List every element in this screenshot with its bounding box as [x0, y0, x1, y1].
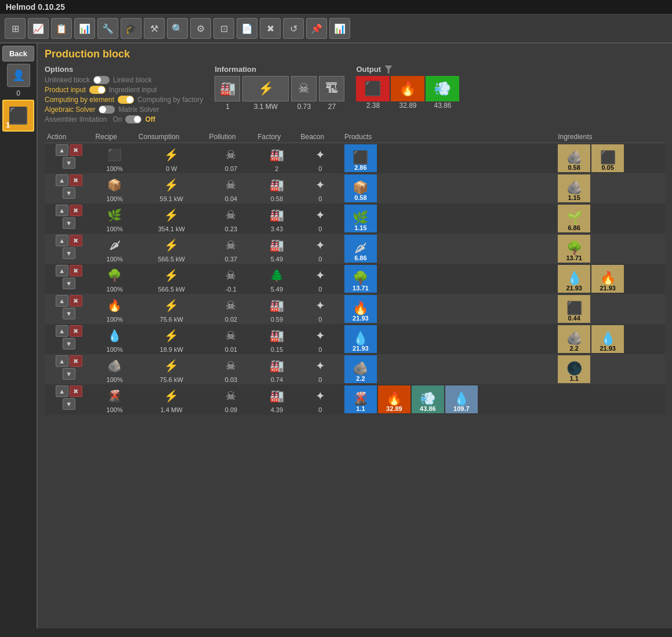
factory-icon[interactable]: 🏭	[266, 205, 287, 225]
toolbar-wrench-btn[interactable]: 🔧	[97, 18, 118, 39]
up-btn[interactable]: ▲	[56, 295, 68, 307]
beacon-icon[interactable]: ✦	[310, 385, 330, 406]
output-val-3: 43.86	[434, 101, 451, 110]
recipe-icon[interactable]: ⬛	[104, 144, 125, 165]
product-item[interactable]: 💧109.7	[445, 385, 478, 413]
product-item[interactable]: 🔥21.93	[344, 295, 377, 323]
back-button[interactable]: Back	[2, 46, 34, 61]
beacon-icon[interactable]: ✦	[310, 235, 330, 256]
output-panel: Output ⬛ 2.38 🔥 32.89 💨 43.86	[356, 65, 459, 110]
delete-btn[interactable]: ✖	[70, 385, 82, 397]
factory-icon[interactable]: 🏭	[266, 295, 287, 316]
up-btn[interactable]: ▲	[56, 205, 68, 216]
delete-btn[interactable]: ✖	[70, 174, 82, 186]
toolbar-chart-btn[interactable]: 📈	[28, 18, 49, 39]
toolbar-pin-btn[interactable]: 📌	[306, 18, 327, 39]
toolbar-export-btn[interactable]: 📊	[329, 18, 350, 39]
toolbar-copy-btn[interactable]: ⊡	[213, 18, 234, 39]
up-btn[interactable]: ▲	[56, 325, 68, 337]
recipe-icon[interactable]: 🌶	[104, 235, 125, 256]
sidebar-person-icon[interactable]: 👤	[7, 64, 30, 87]
beacon-icon[interactable]: ✦	[310, 355, 330, 376]
up-btn[interactable]: ▲	[56, 385, 68, 397]
product-item[interactable]: 💨43.86	[412, 385, 444, 413]
down-btn[interactable]: ▼	[63, 217, 75, 229]
info-count: 🏗 27	[319, 76, 344, 111]
assembler-toggle[interactable]	[125, 115, 141, 123]
delete-btn[interactable]: ✖	[70, 295, 82, 307]
product-item[interactable]: 📦0.58	[344, 174, 377, 202]
toolbar-factory-btn[interactable]: ⊞	[5, 18, 26, 39]
down-btn[interactable]: ▼	[63, 308, 75, 319]
ingredient-item: 🌑1.1	[558, 355, 590, 383]
product-item[interactable]: 🌋1.1	[344, 385, 377, 413]
toolbar-search-btn[interactable]: 🔍	[167, 18, 188, 39]
toolbar-gear-btn[interactable]: ⚙	[190, 18, 211, 39]
factory-icon[interactable]: 🏭	[266, 174, 287, 195]
toolbar-stats-btn[interactable]: 📊	[74, 18, 95, 39]
toolbar-clipboard-btn[interactable]: 📋	[51, 18, 72, 39]
product-item[interactable]: 🔥32.89	[378, 385, 411, 413]
recipe-icon[interactable]: 🌋	[104, 385, 125, 406]
info-factory-icon: 🏭	[215, 76, 240, 101]
delete-btn[interactable]: ✖	[70, 355, 82, 367]
factory-icon[interactable]: 🌲	[266, 265, 287, 286]
factory-icon[interactable]: 🏭	[266, 355, 287, 376]
delete-btn[interactable]: ✖	[70, 265, 82, 276]
factory-icon[interactable]: 🏭	[266, 385, 287, 406]
up-btn[interactable]: ▲	[56, 235, 68, 246]
recipe-icon[interactable]: 🔥	[104, 295, 125, 316]
toolbar-tools-btn[interactable]: ⚒	[144, 18, 165, 39]
product-item[interactable]: ⬛ 2.86	[344, 144, 377, 172]
linked-toggle[interactable]	[93, 76, 110, 84]
up-btn[interactable]: ▲	[56, 265, 68, 276]
delete-btn[interactable]: ✖	[70, 325, 82, 337]
down-btn[interactable]: ▼	[63, 278, 75, 289]
sidebar-active-item[interactable]: ⬛ 1	[2, 100, 34, 132]
down-btn[interactable]: ▼	[63, 338, 75, 350]
beacon-icon[interactable]: ✦	[310, 144, 330, 165]
product-item[interactable]: 🪨2.2	[344, 355, 377, 383]
toolbar-learn-btn[interactable]: 🎓	[121, 18, 141, 39]
beacon-icon[interactable]: ✦	[310, 325, 330, 346]
delete-btn[interactable]: ✖	[70, 205, 82, 216]
col-products: Products	[342, 131, 555, 143]
computing-toggle[interactable]	[118, 96, 134, 104]
recipe-icon[interactable]: 📦	[104, 174, 125, 195]
toolbar: ⊞ 📈 📋 📊 🔧 🎓 ⚒ 🔍 ⚙ ⊡ 📄 ✖ ↺ 📌 📊	[0, 14, 672, 43]
ingredient-item: 🌱6.86	[558, 205, 590, 232]
recipe-icon[interactable]: 🌿	[104, 205, 125, 225]
delete-btn[interactable]: ✖	[70, 235, 82, 246]
down-btn[interactable]: ▼	[63, 398, 75, 410]
beacon-icon[interactable]: ✦	[310, 265, 330, 286]
toolbar-page-btn[interactable]: 📄	[237, 18, 257, 39]
recipe-icon[interactable]: 🪨	[104, 355, 125, 376]
toolbar-undo-btn[interactable]: ↺	[283, 18, 304, 39]
toolbar-x-btn[interactable]: ✖	[260, 18, 281, 39]
beacon-icon[interactable]: ✦	[310, 205, 330, 225]
recipe-icon[interactable]: 🌳	[104, 265, 125, 286]
product-item[interactable]: 🌳13.71	[344, 265, 377, 293]
table-row: ▲ ✖ ▼ ⬛ 100%	[45, 143, 665, 174]
up-btn[interactable]: ▲	[56, 174, 68, 186]
product-item[interactable]: 🌶6.86	[344, 235, 377, 263]
factory-icon[interactable]: 🏭	[266, 325, 287, 346]
delete-btn[interactable]: ✖	[70, 144, 82, 156]
recipe-icon[interactable]: 💧	[104, 325, 125, 346]
solver-toggle[interactable]	[99, 105, 115, 114]
down-btn[interactable]: ▼	[63, 157, 75, 169]
product-item[interactable]: 🌿1.15	[344, 205, 377, 232]
up-btn[interactable]: ▲	[56, 355, 68, 367]
factory-icon[interactable]: 🏭	[266, 235, 287, 256]
col-factory: Factory	[255, 131, 298, 143]
up-btn[interactable]: ▲	[56, 144, 68, 156]
factory-icon[interactable]: 🏭	[266, 144, 287, 165]
product-item[interactable]: 💧21.93	[344, 325, 377, 353]
filter-icon[interactable]	[384, 65, 393, 74]
down-btn[interactable]: ▼	[63, 247, 75, 259]
beacon-icon[interactable]: ✦	[310, 295, 330, 316]
beacon-icon[interactable]: ✦	[310, 174, 330, 195]
product-toggle[interactable]	[89, 86, 106, 94]
down-btn[interactable]: ▼	[63, 187, 75, 199]
down-btn[interactable]: ▼	[63, 368, 75, 380]
